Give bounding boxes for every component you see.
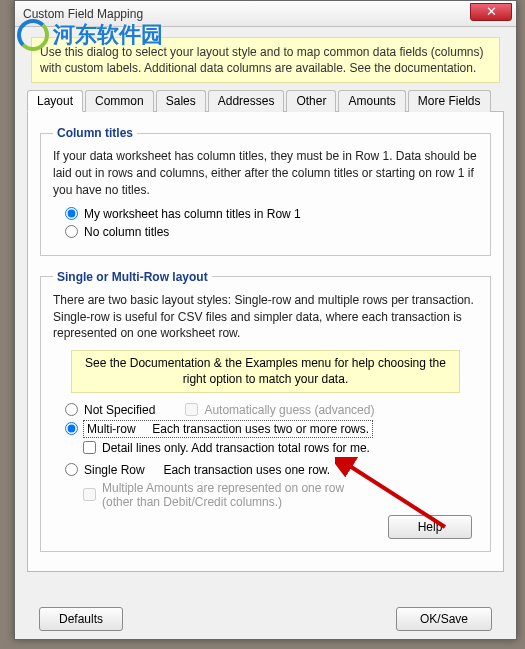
radio-no-titles[interactable]: No column titles: [65, 225, 478, 239]
radio-has-titles-input[interactable]: [65, 207, 78, 220]
tab-more-fields[interactable]: More Fields: [408, 90, 491, 112]
radio-not-specified-label: Not Specified: [84, 403, 155, 417]
intro-note: Use this dialog to select your layout st…: [31, 37, 500, 83]
close-button[interactable]: ✕: [470, 3, 512, 21]
radio-not-specified-row: Not Specified Automatically guess (advan…: [65, 403, 478, 417]
radio-single-row[interactable]: [65, 463, 78, 476]
radio-multi-row[interactable]: [65, 422, 78, 435]
legend-column-titles: Column titles: [53, 126, 137, 140]
check-multiple-amounts-row: Multiple Amounts are represented on one …: [83, 481, 478, 509]
radio-single-row-row: Single Row Each transaction uses one row…: [65, 463, 478, 477]
group-column-titles: Column titles If your data worksheet has…: [40, 126, 491, 255]
window-title: Custom Field Mapping: [23, 7, 143, 21]
radio-single-row-label: Single Row: [84, 463, 145, 477]
column-titles-desc: If your data worksheet has column titles…: [53, 148, 478, 198]
tab-common[interactable]: Common: [85, 90, 154, 112]
tab-other[interactable]: Other: [286, 90, 336, 112]
radio-not-specified[interactable]: [65, 403, 78, 416]
single-row-hint: Each transaction uses one row.: [163, 463, 330, 477]
check-auto-guess-label: Automatically guess (advanced): [204, 403, 374, 417]
check-auto-guess: [185, 403, 198, 416]
title-bar: Custom Field Mapping ✕: [15, 1, 516, 27]
radio-multi-row-label: Multi-row Each transaction uses two or m…: [84, 421, 372, 437]
check-multiple-amounts-label: Multiple Amounts are represented on one …: [102, 481, 344, 509]
radio-multi-row-row: Multi-row Each transaction uses two or m…: [65, 421, 478, 437]
tab-sales[interactable]: Sales: [156, 90, 206, 112]
ok-save-button[interactable]: OK/Save: [396, 607, 492, 631]
defaults-button[interactable]: Defaults: [39, 607, 123, 631]
tab-strip: Layout Common Sales Addresses Other Amou…: [27, 89, 504, 112]
row-layout-desc: There are two basic layout styles: Singl…: [53, 292, 478, 342]
check-detail-lines-label: Detail lines only. Add transaction total…: [102, 441, 370, 455]
tab-amounts[interactable]: Amounts: [338, 90, 405, 112]
radio-has-titles-label: My worksheet has column titles in Row 1: [84, 207, 301, 221]
check-detail-lines-row[interactable]: Detail lines only. Add transaction total…: [83, 441, 478, 455]
check-multiple-amounts: [83, 488, 96, 501]
radio-no-titles-input[interactable]: [65, 225, 78, 238]
tab-panel-layout: Column titles If your data worksheet has…: [27, 112, 504, 572]
radio-has-titles[interactable]: My worksheet has column titles in Row 1: [65, 207, 478, 221]
radio-no-titles-label: No column titles: [84, 225, 169, 239]
dialog-footer: Defaults OK/Save: [15, 607, 516, 631]
doc-note: See the Documentation & the Examples men…: [71, 350, 460, 392]
legend-row-layout: Single or Multi-Row layout: [53, 270, 212, 284]
help-button[interactable]: Help: [388, 515, 472, 539]
group-row-layout: Single or Multi-Row layout There are two…: [40, 270, 491, 552]
tab-layout[interactable]: Layout: [27, 90, 83, 112]
dialog-window: Custom Field Mapping ✕ 河东软件园 Use this di…: [14, 0, 517, 640]
check-detail-lines[interactable]: [83, 441, 96, 454]
tab-addresses[interactable]: Addresses: [208, 90, 285, 112]
